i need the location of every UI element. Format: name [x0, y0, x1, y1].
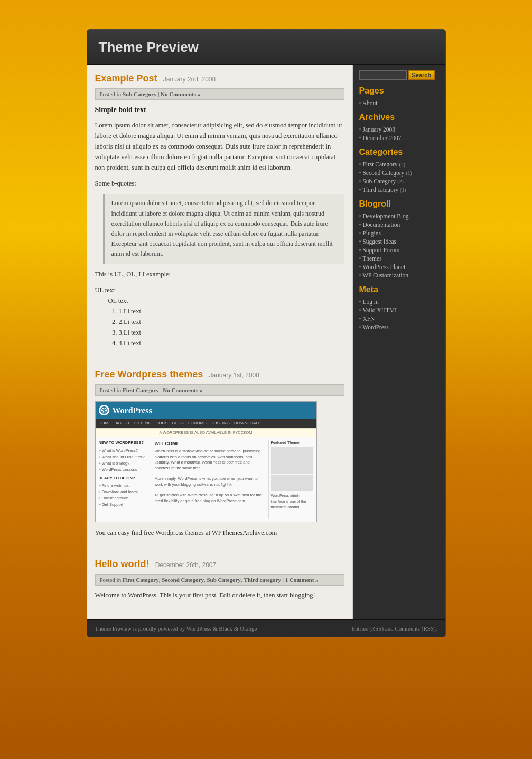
meta-link-xfn[interactable]: XFN: [362, 316, 375, 322]
archives-item-dec: December 2007: [359, 134, 439, 142]
archives-title: Archives: [359, 113, 439, 122]
blockquote-label: Some b-quotes:: [95, 178, 344, 189]
wp-sidebar-text: WordPress admin interface is one of the …: [271, 493, 313, 511]
post-title-hello[interactable]: Hello world!: [95, 561, 151, 569]
meta-item-xfn: XFN: [359, 314, 439, 323]
blogroll-link-support[interactable]: Support Forum: [362, 247, 399, 253]
ul-text: UL text: [95, 285, 344, 295]
categories-list: First Category (2) Second Category (1) S…: [359, 160, 439, 194]
blogroll-list: Development Blog Documentation Plugins S…: [359, 212, 439, 280]
wp-left-heading2: READY TO BEGIN?: [99, 475, 152, 482]
wp-left-heading: NEW TO WORDPRESS?: [99, 440, 152, 446]
search-input[interactable]: [359, 70, 407, 80]
site-title: Theme Preview: [99, 39, 434, 55]
list-item: 1.Li text: [119, 306, 344, 317]
post-category-sub[interactable]: Sub Category: [123, 91, 156, 97]
blogroll-item-support: Support Forum: [359, 246, 439, 254]
archives-link-dec[interactable]: December 2007: [362, 135, 401, 141]
post-title-example-post[interactable]: Example Post: [95, 75, 159, 83]
blogroll-link-wpplanet[interactable]: WordPress Planet: [362, 264, 405, 270]
cat-link-third[interactable]: Third category (1): [362, 187, 406, 193]
list-item: 3.Li text: [119, 327, 344, 338]
pages-item-about: About: [359, 99, 439, 107]
blogroll-item-suggest: Suggest Ideas: [359, 237, 439, 246]
meta-link-login[interactable]: Log in: [362, 299, 378, 305]
post-heading-example: Simple bold text: [95, 104, 344, 116]
blogroll-item-docs: Documentation: [359, 220, 439, 229]
ol-section: OL text 1.Li text 2.Li text 3.Li text 4.…: [108, 295, 344, 348]
blogroll-link-dev[interactable]: Development Blog: [362, 213, 408, 219]
blogroll-link-themes[interactable]: Themes: [362, 255, 381, 262]
hello-cat-second[interactable]: Second Category: [162, 577, 204, 583]
cat-link-sub[interactable]: Sub Category (2): [362, 178, 403, 184]
blogroll-link-plugins[interactable]: Plugins: [362, 230, 381, 236]
list-item: 2.Li text: [119, 317, 344, 327]
wp-header: WordPress: [96, 402, 316, 420]
hello-cat-sub[interactable]: Sub Category: [207, 577, 240, 583]
blogroll-item-dev: Development Blog: [359, 212, 439, 220]
blogroll-link-docs[interactable]: Documentation: [362, 221, 400, 228]
footer-right: Entries (RSS) and Comments (RSS).: [351, 625, 437, 632]
cat-item-first: First Category (2): [359, 160, 439, 169]
cat-item-third: Third category (1): [359, 186, 439, 194]
hello-cat-third[interactable]: Third category: [244, 577, 281, 583]
wp-main-heading: WELCOME: [155, 440, 265, 447]
meta-item-wp: WordPress: [359, 323, 439, 331]
meta-prefix: Posted in: [100, 91, 122, 97]
meta-link-wp[interactable]: WordPress: [362, 324, 389, 330]
main-content: Example Post January 2nd, 2008 Posted in…: [87, 65, 353, 619]
meta-list: Log in Valid XHTML XFN WordPress: [359, 298, 439, 331]
post-content-hello: Welcome to WordPress. This is your first…: [95, 590, 344, 600]
search-button[interactable]: Search: [408, 70, 435, 80]
meta-prefix3: Posted in: [100, 577, 122, 583]
post-hello-world: Hello world! December 26th, 2007 Posted …: [95, 559, 344, 600]
blogroll-item-themes: Themes: [359, 254, 439, 263]
meta-prefix2: Posted in: [100, 387, 122, 393]
blogroll-item-plugins: Plugins: [359, 229, 439, 237]
cat-link-second[interactable]: Second Category (1): [362, 170, 412, 176]
pages-list: About: [359, 99, 439, 107]
wp-body: NEW TO WORDPRESS? » What is WordPress? »…: [96, 437, 316, 522]
post-free-themes: Free Wordpress themes January 1st, 2008 …: [95, 369, 344, 538]
blogroll-item-wpplanet: WordPress Planet: [359, 263, 439, 271]
post-comments-free[interactable]: No Comments »: [163, 387, 202, 393]
blogroll-link-wpcustom[interactable]: WP Customization: [362, 272, 408, 279]
post-meta-free-themes: Posted in First Category | No Comments »: [95, 384, 344, 396]
ol-text: OL text: [108, 295, 344, 306]
site-header: Theme Preview: [87, 30, 445, 65]
post-content-free: WordPress HOME ABOUT EXTEND DOCS BLOG FO…: [95, 401, 344, 538]
blogroll-link-suggest[interactable]: Suggest Ideas: [362, 238, 396, 245]
sidebar: Search Pages About Archives January 2008: [353, 65, 445, 619]
pages-link-about[interactable]: About: [362, 100, 378, 106]
ul-label: This is UL, OL, LI example:: [95, 269, 344, 280]
wp-sidebar-col: Featured Theme WordPress admin interface…: [268, 440, 313, 519]
wp-sidebar-heading: Featured Theme: [271, 440, 313, 446]
wp-right-col: WELCOME WordPress is a state-of-the-art …: [155, 440, 265, 519]
post-divider2: [95, 549, 344, 549]
meta-item-login: Log in: [359, 298, 439, 306]
post-comments-hello[interactable]: 1 Comment »: [285, 577, 319, 583]
site-footer: Theme Preview is proudly powered by Word…: [87, 619, 445, 637]
blogroll-title: Blogroll: [359, 199, 439, 209]
wp-left-col: NEW TO WORDPRESS? » What is WordPress? »…: [99, 440, 152, 519]
wp-main-text3: To get started with WordPress, set it up…: [155, 493, 265, 504]
meta-item-xhtml: Valid XHTML: [359, 306, 439, 314]
post-comments-example[interactable]: No Comments »: [161, 91, 200, 97]
cat-link-first[interactable]: First Category (2): [362, 161, 405, 168]
blockquote-text: Lorem ipsum dolor sit amet, consectetur …: [103, 194, 344, 263]
cat-item-second: Second Category (1): [359, 169, 439, 177]
wp-main-text2: More simply, WordPress is what you use w…: [155, 476, 265, 487]
wp-screenshot: WordPress HOME ABOUT EXTEND DOCS BLOG FO…: [95, 401, 317, 522]
post-category-first[interactable]: First Category: [123, 387, 159, 393]
archives-link-jan[interactable]: January 2008: [362, 126, 395, 133]
hello-cat-first[interactable]: First Category: [123, 577, 159, 583]
wp-banner: A WORDPRESS IS ALSO AVAILABLE IN РУССКОМ: [96, 428, 316, 437]
post-body-para1: Lorem ipsum dolor sit amet, consectetur …: [95, 120, 344, 173]
meta-link-xhtml[interactable]: Valid XHTML: [362, 307, 398, 313]
meta-title: Meta: [359, 285, 439, 294]
wp-logo-circle: [99, 405, 109, 415]
list-item: 4.Li text: [119, 338, 344, 348]
search-section: Search: [359, 70, 439, 80]
post-body-free: You can easy find free Wordpress themes …: [95, 527, 344, 538]
post-title-free-themes[interactable]: Free Wordpress themes: [95, 371, 205, 379]
